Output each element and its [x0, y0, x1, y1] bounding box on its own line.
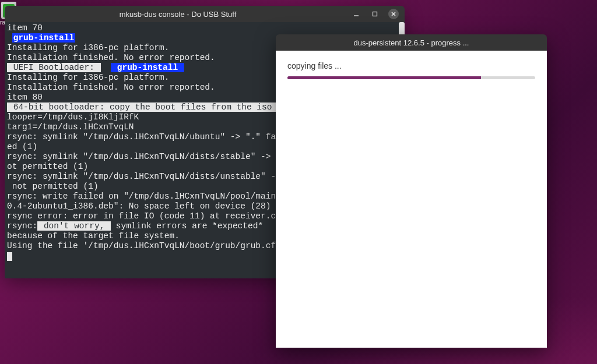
progressbar-fill: [287, 76, 481, 79]
cursor-icon: [7, 252, 12, 261]
window-controls: [351, 9, 405, 19]
progress-titlebar[interactable]: dus-persistent 12.6.5 - progress ...: [276, 34, 547, 51]
uefi-bootloader-tag: UEFI Bootloader:: [7, 63, 101, 72]
close-icon: [390, 10, 397, 17]
grub-install-tag: grub-install: [111, 63, 184, 72]
close-button[interactable]: [388, 9, 399, 19]
minimize-button[interactable]: [351, 9, 361, 19]
progress-body: copying files ...: [276, 51, 547, 348]
maximize-button[interactable]: [370, 9, 380, 19]
progress-label: copying files ...: [287, 61, 535, 70]
console-line: item 70: [7, 23, 402, 33]
bootloader-copy-tag: 64-bit bootloader: copy the boot files f…: [7, 103, 278, 112]
minimize-icon: [353, 10, 360, 17]
progressbar: [287, 76, 535, 79]
console-title: mkusb-dus console - Do USB Stuff: [5, 10, 351, 19]
svg-rect-1: [373, 12, 377, 16]
progress-window: dus-persistent 12.6.5 - progress ... cop…: [276, 34, 547, 348]
console-titlebar[interactable]: mkusb-dus console - Do USB Stuff: [5, 6, 405, 22]
dont-worry-tag: don't worry,: [37, 221, 111, 231]
maximize-icon: [371, 10, 378, 17]
progress-title: dus-persistent 12.6.5 - progress ...: [276, 38, 547, 47]
grub-install-tag: grub-install: [12, 33, 75, 43]
